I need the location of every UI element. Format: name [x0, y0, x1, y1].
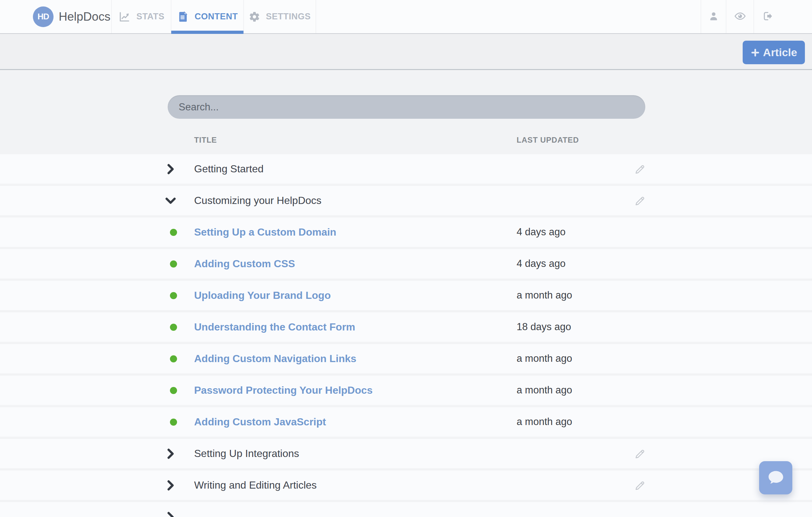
column-header-last-updated: LAST UPDATED [517, 136, 579, 144]
content-area: TITLE LAST UPDATED Getting Started Custo… [0, 95, 812, 517]
chat-bubble-icon [767, 469, 785, 487]
article-table: Getting Started Customizing your HelpDoc… [0, 154, 812, 517]
published-status-dot [170, 355, 177, 362]
helpdocs-logo: HD [33, 6, 54, 27]
table-row: Customizing your HelpDocs [0, 186, 812, 215]
add-article-button[interactable]: Article [743, 40, 805, 64]
table-row: Setting Up a Custom Domain 4 days ago [0, 218, 812, 247]
edit-pencil-icon[interactable] [634, 163, 646, 175]
plus-icon [750, 48, 760, 57]
tab-content[interactable]: CONTENT [171, 0, 243, 33]
article-link[interactable]: Password Protecting Your HelpDocs [194, 384, 373, 396]
expand-category-button[interactable] [166, 502, 182, 517]
navbar-actions [701, 0, 812, 33]
edit-pencil-icon[interactable] [634, 479, 646, 491]
table-row: Writing and Editing Articles [0, 470, 812, 500]
last-updated: a month ago [517, 384, 572, 396]
tab-settings[interactable]: SETTINGS [243, 0, 316, 33]
published-status-dot [170, 229, 177, 236]
account-button[interactable] [701, 0, 726, 33]
published-status-dot [170, 324, 177, 331]
gear-icon [249, 11, 260, 23]
table-row: Setting Up Integrations [0, 439, 812, 468]
tab-label: STATS [137, 11, 165, 22]
edit-pencil-icon[interactable] [634, 195, 646, 207]
article-link[interactable]: Understanding the Contact Form [194, 321, 355, 333]
table-row: Adding Custom CSS 4 days ago [0, 249, 812, 278]
table-row: Understanding the Contact Form 18 days a… [0, 312, 812, 342]
expand-category-button[interactable] [166, 470, 182, 500]
article-link[interactable]: Uploading Your Brand Logo [194, 289, 331, 301]
brand-name: HelpDocs [59, 10, 110, 24]
published-status-dot [170, 292, 177, 299]
file-text-icon [177, 11, 189, 23]
table-row: Getting Started [0, 154, 812, 184]
user-icon [708, 11, 719, 23]
table-row: Uploading Your Brand Logo a month ago [0, 281, 812, 310]
tab-stats[interactable]: STATS [111, 0, 171, 33]
published-status-dot [170, 261, 177, 268]
logout-button[interactable] [754, 0, 812, 33]
last-updated: 18 days ago [517, 321, 571, 333]
top-navbar: HD HelpDocs STATS CONTENT [0, 0, 812, 34]
table-row: Adding Custom Navigation Links a month a… [0, 344, 812, 373]
tab-label: SETTINGS [266, 11, 311, 22]
category-title[interactable]: Getting Started [194, 163, 263, 174]
table-row: Adding Custom JavaScript a month ago [0, 407, 812, 437]
column-header-title: TITLE [194, 136, 217, 144]
table-header: TITLE LAST UPDATED [0, 136, 812, 144]
category-title[interactable]: Setting Up Integrations [194, 447, 299, 459]
add-article-label: Article [763, 46, 797, 59]
last-updated: a month ago [517, 416, 572, 428]
line-chart-icon [118, 10, 131, 23]
collapse-category-button[interactable] [166, 186, 182, 215]
last-updated: a month ago [517, 353, 572, 364]
last-updated: a month ago [517, 290, 572, 301]
sign-out-icon [762, 10, 773, 23]
page-toolbar: Article [0, 34, 812, 70]
edit-pencil-icon[interactable] [634, 447, 646, 460]
published-status-dot [170, 418, 177, 426]
preview-button[interactable] [726, 0, 754, 33]
table-row [0, 502, 812, 517]
published-status-dot [170, 387, 177, 394]
last-updated: 4 days ago [517, 258, 566, 270]
chat-launcher-button[interactable] [759, 461, 792, 494]
search-input[interactable] [168, 95, 645, 119]
article-link[interactable]: Adding Custom JavaScript [194, 416, 326, 428]
brand[interactable]: HD HelpDocs [0, 0, 111, 33]
last-updated: 4 days ago [517, 226, 566, 238]
article-link[interactable]: Adding Custom CSS [194, 257, 295, 270]
article-link[interactable]: Setting Up a Custom Domain [194, 226, 336, 238]
expand-category-button[interactable] [166, 439, 182, 468]
article-link[interactable]: Adding Custom Navigation Links [194, 352, 356, 364]
active-tab-underline [171, 31, 243, 34]
expand-category-button[interactable] [166, 154, 182, 184]
tab-label: CONTENT [195, 11, 238, 22]
category-title[interactable]: Writing and Editing Articles [194, 479, 317, 491]
table-row: Password Protecting Your HelpDocs a mont… [0, 376, 812, 405]
category-title[interactable]: Customizing your HelpDocs [194, 194, 321, 206]
eye-icon [734, 10, 746, 24]
